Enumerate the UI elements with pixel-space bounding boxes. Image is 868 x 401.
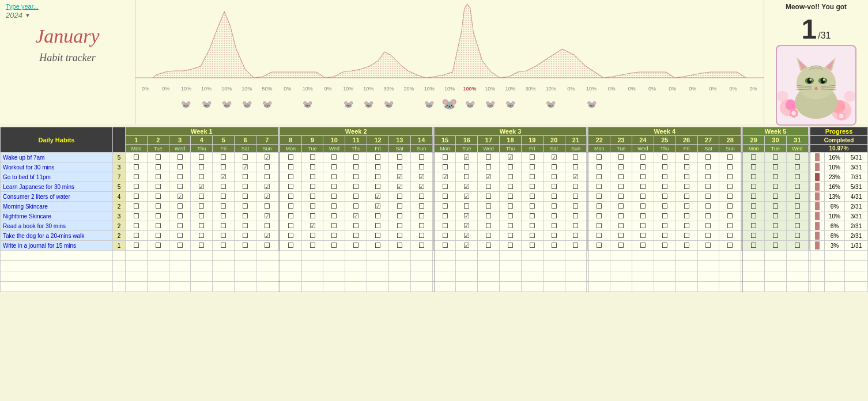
checkbox-4-w3-1[interactable]: ☑ (456, 192, 478, 202)
checkbox-5-w2-5[interactable]: ☐ (388, 202, 410, 211)
checkbox-5-w1-5[interactable]: ☐ (235, 202, 256, 211)
checkbox-6-w2-5[interactable]: ☐ (388, 211, 410, 221)
checkbox-6-w3-3[interactable]: ☐ (500, 211, 522, 221)
checkbox-6-w4-1[interactable]: ☐ (610, 211, 632, 221)
checkbox-2-w2-1[interactable]: ☐ (301, 172, 323, 182)
checkbox-6-w2-0[interactable]: ☐ (280, 211, 301, 221)
checkbox-8-w1-6[interactable]: ☑ (256, 231, 278, 241)
checkbox-9-w1-1[interactable]: ☐ (147, 241, 169, 251)
checkbox-1-w5-0[interactable]: ☐ (743, 162, 765, 172)
checkbox-3-w1-6[interactable]: ☑ (256, 182, 278, 192)
checkbox-6-w5-2[interactable]: ☐ (786, 211, 808, 221)
checkbox-7-w1-5[interactable]: ☐ (235, 221, 256, 231)
checkbox-9-w3-0[interactable]: ☐ (434, 241, 456, 251)
checkbox-9-w4-4[interactable]: ☐ (675, 241, 697, 251)
checkbox-0-w3-4[interactable]: ☐ (521, 153, 543, 162)
checkbox-8-w3-3[interactable]: ☐ (500, 231, 522, 241)
checkbox-0-w3-1[interactable]: ☑ (456, 153, 478, 162)
checkbox-2-w2-4[interactable]: ☐ (367, 172, 389, 182)
checkbox-8-w2-0[interactable]: ☐ (280, 231, 301, 241)
checkbox-1-w3-2[interactable]: ☐ (478, 162, 500, 172)
checkbox-7-w3-5[interactable]: ☐ (543, 221, 565, 231)
checkbox-0-w3-5[interactable]: ☑ (543, 153, 565, 162)
checkbox-5-w4-3[interactable]: ☐ (654, 202, 675, 211)
checkbox-1-w3-4[interactable]: ☐ (521, 162, 543, 172)
checkbox-7-w1-1[interactable]: ☐ (147, 221, 169, 231)
checkbox-0-w1-0[interactable]: ☐ (126, 153, 148, 162)
checkbox-3-w3-6[interactable]: ☐ (565, 182, 587, 192)
checkbox-6-w4-4[interactable]: ☐ (675, 211, 697, 221)
checkbox-1-w4-0[interactable]: ☐ (588, 162, 610, 172)
checkbox-8-w2-2[interactable]: ☐ (323, 231, 345, 241)
checkbox-2-w3-5[interactable]: ☐ (543, 172, 565, 182)
habit-name-0[interactable]: Wake up bf 7am (1, 153, 113, 162)
checkbox-3-w3-5[interactable]: ☐ (543, 182, 565, 192)
checkbox-1-w1-5[interactable]: ☑ (235, 162, 256, 172)
checkbox-3-w3-3[interactable]: ☐ (500, 182, 522, 192)
checkbox-6-w3-2[interactable]: ☐ (478, 211, 500, 221)
checkbox-8-w1-2[interactable]: ☐ (169, 231, 191, 241)
checkbox-5-w3-3[interactable]: ☐ (500, 202, 522, 211)
checkbox-8-w2-1[interactable]: ☐ (301, 231, 323, 241)
checkbox-0-w2-1[interactable]: ☐ (301, 153, 323, 162)
checkbox-9-w4-1[interactable]: ☐ (610, 241, 632, 251)
checkbox-1-w3-5[interactable]: ☐ (543, 162, 565, 172)
checkbox-9-w2-6[interactable]: ☐ (410, 241, 432, 251)
checkbox-7-w4-3[interactable]: ☐ (654, 221, 675, 231)
habit-name-3[interactable]: Learn Japanese for 30 mins (1, 182, 113, 192)
checkbox-1-w4-5[interactable]: ☐ (697, 162, 719, 172)
checkbox-8-w3-6[interactable]: ☐ (565, 231, 587, 241)
checkbox-8-w3-4[interactable]: ☐ (521, 231, 543, 241)
checkbox-8-w3-1[interactable]: ☑ (456, 231, 478, 241)
checkbox-0-w3-0[interactable]: ☐ (434, 153, 456, 162)
checkbox-3-w2-2[interactable]: ☐ (323, 182, 345, 192)
checkbox-4-w1-6[interactable]: ☑ (256, 192, 278, 202)
checkbox-0-w2-3[interactable]: ☐ (345, 153, 367, 162)
checkbox-7-w2-2[interactable]: ☐ (323, 221, 345, 231)
checkbox-8-w3-0[interactable]: ☐ (434, 231, 456, 241)
type-year-link[interactable]: Type year... (6, 3, 129, 10)
checkbox-8-w4-0[interactable]: ☐ (588, 231, 610, 241)
checkbox-9-w5-2[interactable]: ☐ (786, 241, 808, 251)
checkbox-5-w3-5[interactable]: ☐ (543, 202, 565, 211)
checkbox-2-w4-4[interactable]: ☐ (675, 172, 697, 182)
checkbox-3-w5-0[interactable]: ☐ (743, 182, 765, 192)
checkbox-0-w2-5[interactable]: ☐ (388, 153, 410, 162)
checkbox-0-w4-1[interactable]: ☐ (610, 153, 632, 162)
checkbox-8-w4-2[interactable]: ☐ (632, 231, 654, 241)
checkbox-3-w3-4[interactable]: ☐ (521, 182, 543, 192)
checkbox-1-w5-2[interactable]: ☐ (786, 162, 808, 172)
checkbox-1-w4-3[interactable]: ☐ (654, 162, 675, 172)
checkbox-2-w2-6[interactable]: ☑ (410, 172, 432, 182)
checkbox-3-w1-4[interactable]: ☐ (213, 182, 235, 192)
checkbox-7-w5-0[interactable]: ☐ (743, 221, 765, 231)
checkbox-8-w4-5[interactable]: ☐ (697, 231, 719, 241)
checkbox-2-w4-6[interactable]: ☐ (719, 172, 741, 182)
checkbox-4-w2-0[interactable]: ☐ (280, 192, 301, 202)
checkbox-7-w2-5[interactable]: ☐ (388, 221, 410, 231)
checkbox-1-w2-1[interactable]: ☐ (301, 162, 323, 172)
habit-name-6[interactable]: Nighttime Skincare (1, 211, 113, 221)
checkbox-2-w4-1[interactable]: ☐ (610, 172, 632, 182)
checkbox-2-w3-0[interactable]: ☑ (434, 172, 456, 182)
checkbox-9-w2-3[interactable]: ☐ (345, 241, 367, 251)
checkbox-9-w1-5[interactable]: ☐ (235, 241, 256, 251)
habit-name-1[interactable]: Workout for 30 mins (1, 162, 113, 172)
checkbox-1-w1-6[interactable]: ☐ (256, 162, 278, 172)
checkbox-4-w3-6[interactable]: ☐ (565, 192, 587, 202)
checkbox-6-w1-0[interactable]: ☐ (126, 211, 148, 221)
checkbox-5-w2-3[interactable]: ☐ (345, 202, 367, 211)
checkbox-3-w1-0[interactable]: ☐ (126, 182, 148, 192)
checkbox-7-w3-3[interactable]: ☐ (500, 221, 522, 231)
checkbox-4-w3-0[interactable]: ☐ (434, 192, 456, 202)
checkbox-8-w4-6[interactable]: ☐ (719, 231, 741, 241)
checkbox-9-w1-6[interactable]: ☐ (256, 241, 278, 251)
checkbox-9-w4-3[interactable]: ☐ (654, 241, 675, 251)
checkbox-4-w5-0[interactable]: ☐ (743, 192, 765, 202)
checkbox-7-w2-3[interactable]: ☐ (345, 221, 367, 231)
checkbox-3-w2-5[interactable]: ☑ (388, 182, 410, 192)
checkbox-9-w3-4[interactable]: ☐ (521, 241, 543, 251)
checkbox-6-w5-0[interactable]: ☐ (743, 211, 765, 221)
checkbox-4-w5-2[interactable]: ☐ (786, 192, 808, 202)
checkbox-2-w5-0[interactable]: ☐ (743, 172, 765, 182)
